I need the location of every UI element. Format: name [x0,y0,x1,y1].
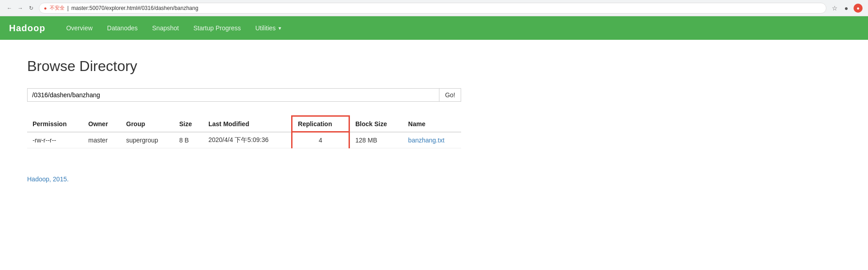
go-button[interactable]: Go! [439,88,461,102]
col-size: Size [174,116,203,132]
bookmark-button[interactable]: ☆ [830,4,839,13]
table-header-row: Permission Owner Group Size Last Modifie… [27,116,461,132]
cell-size: 8 B [174,132,203,148]
address-bar[interactable]: ● 不安全 | master:50070/explorer.html#/0316… [39,3,826,14]
col-replication: Replication [292,116,349,132]
table-row: -rw-r--r-- master supergroup 8 B 2020/4/… [27,132,461,148]
cell-last-modified: 2020/4/4 下午5:09:36 [203,132,292,148]
forward-button[interactable]: → [16,4,24,12]
utilities-dropdown-arrow: ▼ [278,26,282,31]
navbar: Hadoop Overview Datanodes Snapshot Start… [0,16,868,40]
cell-owner: master [83,132,121,148]
col-block-size: Block Size [349,116,402,132]
cell-group: supergroup [121,132,174,148]
browser-actions: ☆ ● ● [830,4,863,13]
url-separator: | [67,5,69,11]
cell-name: banzhang.txt [403,132,461,148]
close-button[interactable]: ● [854,4,863,13]
file-link[interactable]: banzhang.txt [408,137,444,144]
col-permission: Permission [27,116,83,132]
url-text: master:50070/explorer.html#/0316/dashen/… [71,5,198,11]
navbar-brand[interactable]: Hadoop [9,23,45,33]
footer: Hadoop, 2015. [0,166,868,192]
footer-link[interactable]: Hadoop, 2015. [27,175,69,183]
browser-chrome: ← → ↻ ● 不安全 | master:50070/explorer.html… [0,0,868,16]
browser-controls: ← → ↻ [5,4,35,12]
nav-snapshot[interactable]: Snapshot [145,16,186,40]
col-last-modified: Last Modified [203,116,292,132]
nav-startup-progress[interactable]: Startup Progress [186,16,248,40]
main-content: Browse Directory Go! Permission Owner Gr… [0,40,633,166]
refresh-button[interactable]: ↻ [27,4,35,12]
col-group: Group [121,116,174,132]
path-form: Go! [27,88,461,102]
path-input[interactable] [27,88,439,102]
col-name: Name [403,116,461,132]
insecure-label: 不安全 [50,5,65,11]
nav-datanodes[interactable]: Datanodes [100,16,145,40]
cell-permission: -rw-r--r-- [27,132,83,148]
back-button[interactable]: ← [5,4,14,12]
nav-overview[interactable]: Overview [59,16,99,40]
profile-button[interactable]: ● [842,4,851,13]
lock-icon: ● [44,5,47,11]
nav-utilities[interactable]: Utilities ▼ [248,16,289,40]
navbar-nav: Overview Datanodes Snapshot Startup Prog… [59,16,289,40]
cell-block-size: 128 MB [349,132,402,148]
page-title: Browse Directory [27,58,606,75]
cell-replication: 4 [292,132,349,148]
file-table: Permission Owner Group Size Last Modifie… [27,115,461,148]
col-owner: Owner [83,116,121,132]
